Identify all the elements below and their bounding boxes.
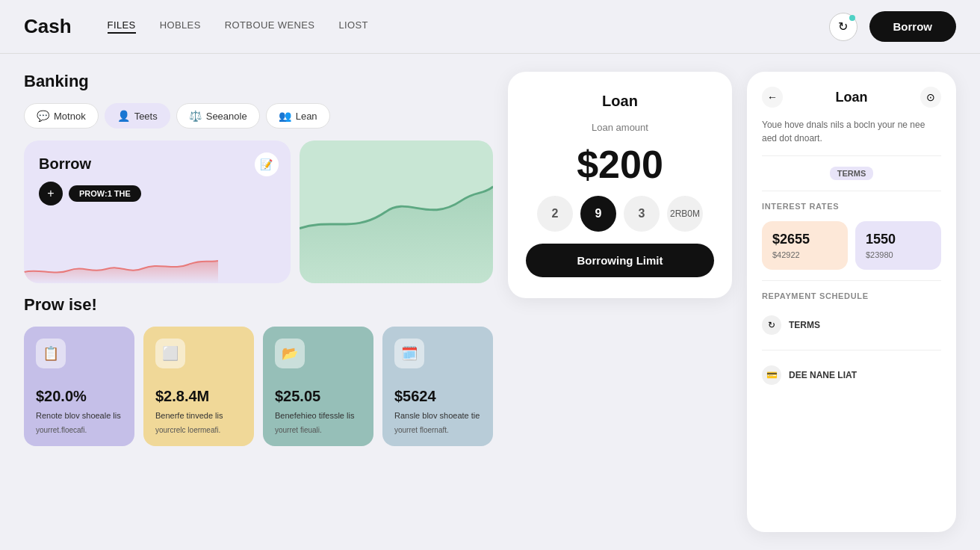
repayment-label-2: DEE NANE LIAT [789,370,857,380]
promise-amount-1: $2.8.4M [155,388,242,405]
promise-cards: 📋 $20.0% Renote blov shoeale lis yourret… [24,327,493,446]
promise-sub-2: yourret fieuali. [275,426,362,434]
borrow-pill[interactable]: PROW:1 THE [69,185,141,202]
borrow-card-title: Borrow [39,155,276,173]
promise-sub-1: yourcrelc loermeafi. [155,426,242,434]
loan-amount: $200 [577,145,663,184]
green-card [300,140,493,283]
nav-files[interactable]: FILES [108,19,136,34]
tab-seeanole[interactable]: ⚖️ Seeanole [176,103,260,129]
borrow-plus-icon[interactable]: + [39,182,63,206]
promise-icon-2: 📂 [275,339,305,368]
right-panel: ← Loan ⊙ Youe hove dnals nils a bocln yo… [747,72,956,532]
loan-option-text[interactable]: 2RB0M [667,196,703,232]
center-panel: Loan Loan amount $200 2 9 3 2RB0M Borrow… [508,72,732,532]
promise-amount-0: $20.0% [36,388,122,405]
promise-label-2: Benefehieo tifessle lis [275,411,362,420]
right-panel-title: Loan [836,90,868,105]
rate-card-2: 1550 $23980 [855,221,941,270]
borrowing-limit-button[interactable]: Borrowing Limit [526,244,714,277]
nav-rotboue[interactable]: ROTBOUE WENES [225,19,315,34]
tab-motnok-label: Motnok [54,111,86,122]
promise-card-2: 📂 $25.05 Benefehieo tifessle lis yourret… [263,327,373,446]
tab-lean[interactable]: 👥 Lean [266,103,330,129]
header: Cash FILES HOBLES ROTBOUE WENES LIOST ↻ … [0,0,980,54]
borrow-chart [24,242,218,283]
main-content: Banking 💬 Motnok 👤 Teets ⚖️ Seeanole 👥 L… [0,54,980,550]
rate-1-amount: $2655 [772,232,837,247]
promise-label-1: Benerfe tinvede lis [155,411,242,420]
green-chart [300,140,493,283]
tab-lean-label: Lean [296,111,317,122]
rate-1-sub: $42922 [772,250,837,259]
rate-card-1: $2655 $42922 [762,221,848,270]
refresh-icon: ↻ [838,19,848,34]
loan-option-9[interactable]: 9 [580,196,616,232]
header-actions: ↻ Borrow [829,11,957,42]
tab-teets[interactable]: 👤 Teets [105,103,170,129]
loan-card-title: Loan [602,93,638,110]
tab-teets-label: Teets [134,111,158,122]
promise-amount-2: $25.05 [275,388,362,405]
repayment-row-1: ↻ TERMS [762,311,941,339]
borrow-button[interactable]: Borrow [869,11,957,42]
settings-icon[interactable]: ⊙ [920,87,941,108]
loan-option-3[interactable]: 3 [624,196,660,232]
repayment-title: REPAYMENT SCHEDULE [762,291,941,300]
refresh-icon-btn[interactable]: ↻ [829,13,858,41]
banking-tabs: 💬 Motnok 👤 Teets ⚖️ Seeanole 👥 Lean [24,103,493,129]
motnok-icon: 💬 [37,110,49,122]
borrow-card: Borrow + PROW:1 THE 📝 [24,140,291,283]
promise-icon-3: 🗓️ [394,339,424,368]
promise-amount-3: $5624 [394,388,481,405]
promise-card-1: ⬜ $2.8.4M Benerfe tinvede lis yourcrelc … [143,327,254,446]
divider-4 [762,350,941,350]
banking-title: Banking [24,72,493,91]
terms-badge: TERMS [830,167,874,180]
status-dot [849,15,855,21]
promise-icon-1: ⬜ [155,339,185,368]
loan-card: Loan Loan amount $200 2 9 3 2RB0M Borrow… [508,72,732,298]
repayment-label-1: TERMS [789,320,820,330]
promise-sub-3: yourret floernaft. [394,426,481,434]
promise-label-3: Ransle blov shoeate tie [394,411,481,420]
edit-icon[interactable]: 📝 [255,152,279,176]
interest-rates: $2655 $42922 1550 $23980 [762,221,941,270]
left-panel: Banking 💬 Motnok 👤 Teets ⚖️ Seeanole 👥 L… [24,72,493,532]
repayment-row-2: 💳 DEE NANE LIAT [762,361,941,389]
seeanole-icon: ⚖️ [189,110,202,122]
divider-3 [762,280,941,281]
loan-option-2[interactable]: 2 [537,196,573,232]
right-description: Youe hove dnals nils a bocln your ne nee… [762,118,941,145]
lean-icon: 👥 [279,110,291,122]
loan-selector: 2 9 3 2RB0M [537,196,703,232]
promise-card-3: 🗓️ $5624 Ransle blov shoeate tie yourret… [382,327,493,446]
loan-amount-label: Loan amount [592,122,648,133]
tab-motnok[interactable]: 💬 Motnok [24,103,99,129]
interest-rates-title: INTEREST RATES [762,202,941,211]
nav-hobles[interactable]: HOBLES [160,19,201,34]
repayment-icon-1: ↻ [762,315,781,335]
teets-icon: 👤 [117,110,130,122]
main-nav: FILES HOBLES ROTBOUE WENES LIOST [108,19,829,34]
rate-2-amount: 1550 [866,232,931,247]
right-card: ← Loan ⊙ Youe hove dnals nils a bocln yo… [747,72,956,532]
repayment-icon-2: 💳 [762,365,781,385]
promise-icon-0: 📋 [36,339,66,368]
back-button[interactable]: ← [762,87,783,108]
tab-seeanole-label: Seeanole [206,111,247,122]
right-card-header: ← Loan ⊙ [762,87,941,108]
nav-liost[interactable]: LIOST [338,19,368,34]
divider-1 [762,155,941,156]
promise-label-0: Renote blov shoeale lis [36,411,122,420]
divider-2 [762,191,941,191]
rate-2-sub: $23980 [866,250,931,259]
logo: Cash [24,15,72,38]
promise-card-0: 📋 $20.0% Renote blov shoeale lis yourret… [24,327,134,446]
promise-sub-0: yourret.floecafi. [36,426,122,434]
promise-title: Prow ise! [24,295,493,315]
cards-row: Borrow + PROW:1 THE 📝 [24,140,493,283]
